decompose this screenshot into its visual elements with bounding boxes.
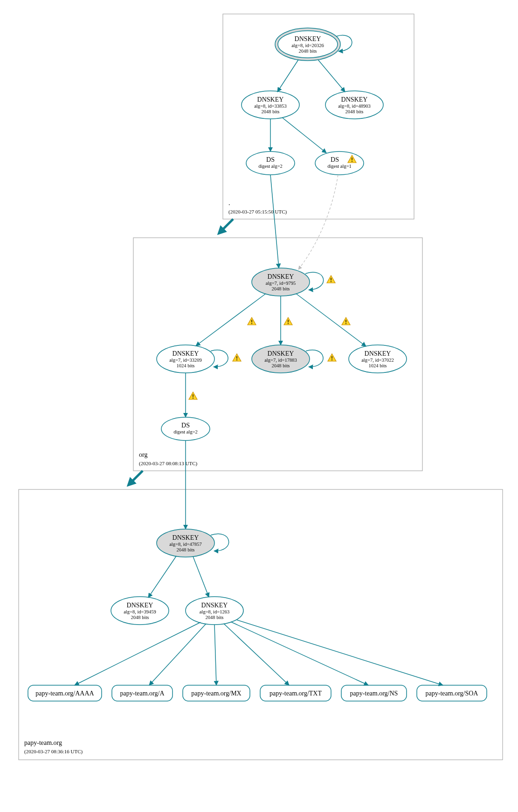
warning-icon	[327, 275, 335, 283]
svg-text:alg=7, id=17883: alg=7, id=17883	[264, 358, 297, 363]
svg-text:DNSKEY: DNSKEY	[295, 35, 321, 42]
svg-text:digest alg=2: digest alg=2	[173, 429, 198, 434]
edge-root-ksk-zsk1	[277, 60, 298, 92]
svg-text:DS: DS	[331, 156, 339, 163]
edge-zone-root-org	[219, 219, 233, 233]
node-root-zsk1[interactable]: DNSKEY alg=8, id=33853 2048 bits	[242, 91, 299, 119]
node-root-zsk2[interactable]: DNSKEY alg=8, id=48903 2048 bits	[325, 91, 383, 119]
zone-time-root: (2020-03-27 05:15:50 UTC)	[228, 209, 287, 215]
edge-orgksk-zsk1	[196, 294, 266, 346]
rr-txt[interactable]: papy-team.org/TXT	[260, 685, 331, 701]
edge-zsk2-ns	[231, 622, 368, 685]
svg-point-15	[246, 151, 295, 175]
svg-text:DNSKEY: DNSKEY	[173, 350, 199, 357]
zone-label-root: .	[228, 200, 230, 206]
warning-icon	[248, 317, 256, 325]
zone-time-org: (2020-03-27 08:08:13 UTC)	[139, 461, 198, 467]
svg-text:alg=8, id=1263: alg=8, id=1263	[200, 609, 229, 614]
node-leaf-zsk1[interactable]: DNSKEY alg=8, id=39459 2048 bits	[111, 597, 169, 625]
svg-text:2048 bits: 2048 bits	[262, 109, 280, 114]
node-root-ksk[interactable]: DNSKEY alg=8, id=20326 2048 bits	[275, 28, 340, 61]
node-org-zsk2[interactable]: DNSKEY alg=7, id=17883 2048 bits	[252, 345, 310, 373]
edge-leafksk-zsk1	[148, 556, 176, 598]
rr-mx[interactable]: papy-team.org/MX	[183, 685, 250, 701]
edge-zsk2-txt	[224, 624, 289, 685]
svg-text:DNSKEY: DNSKEY	[173, 534, 199, 541]
svg-text:alg=8, id=48903: alg=8, id=48903	[338, 103, 371, 109]
node-org-zsk3[interactable]: DNSKEY alg=7, id=37022 1024 bits	[349, 345, 407, 373]
zone-time-leaf: (2020-03-27 08:36:16 UTC)	[24, 749, 83, 755]
edge-orgksk-zsk3	[296, 294, 366, 346]
node-org-ksk[interactable]: DNSKEY alg=7, id=9795 2048 bits	[252, 268, 310, 296]
edge-zsk2-a	[149, 624, 206, 685]
rr-aaaa[interactable]: papy-team.org/AAAA	[28, 685, 102, 701]
svg-text:digest alg=1: digest alg=1	[327, 164, 352, 169]
svg-text:alg=8, id=47857: alg=8, id=47857	[169, 542, 202, 547]
svg-text:2048 bits: 2048 bits	[272, 286, 290, 291]
rr-ns[interactable]: papy-team.org/NS	[341, 685, 407, 701]
svg-point-18	[315, 151, 364, 175]
svg-text:papy-team.org/AAAA: papy-team.org/AAAA	[35, 690, 94, 697]
svg-text:2048 bits: 2048 bits	[206, 615, 224, 620]
svg-point-37	[161, 417, 210, 440]
svg-text:alg=7, id=9795: alg=7, id=9795	[266, 281, 296, 286]
edge-zsk2-mx	[214, 625, 216, 685]
node-leaf-ksk[interactable]: DNSKEY alg=8, id=47857 2048 bits	[157, 529, 214, 557]
svg-text:2048 bits: 2048 bits	[272, 363, 290, 368]
svg-text:1024 bits: 1024 bits	[177, 363, 195, 368]
warning-icon	[284, 317, 292, 325]
warning-icon	[342, 317, 350, 325]
node-org-zsk1[interactable]: DNSKEY alg=7, id=33209 1024 bits	[157, 345, 214, 373]
svg-text:DS: DS	[266, 156, 275, 163]
edge-zsk2-soa	[237, 620, 443, 685]
node-org-ds[interactable]: DS digest alg=2	[161, 417, 210, 440]
svg-text:papy-team.org/MX: papy-team.org/MX	[191, 690, 241, 697]
svg-text:digest alg=2: digest alg=2	[258, 164, 283, 169]
edge-root-ksk-zsk2	[318, 60, 345, 92]
node-root-ds1[interactable]: DS digest alg=2	[246, 151, 295, 175]
svg-text:DNSKEY: DNSKEY	[341, 96, 368, 103]
rr-soa[interactable]: papy-team.org/SOA	[417, 685, 487, 701]
svg-text:papy-team.org/SOA: papy-team.org/SOA	[426, 690, 479, 697]
svg-text:DNSKEY: DNSKEY	[365, 350, 391, 357]
svg-text:1024 bits: 1024 bits	[369, 363, 387, 368]
svg-text:DNSKEY: DNSKEY	[127, 602, 153, 609]
svg-text:2048 bits: 2048 bits	[299, 48, 317, 54]
edge-ds2-orgksk	[298, 175, 338, 269]
svg-text:2048 bits: 2048 bits	[345, 109, 364, 114]
node-root-ds2[interactable]: DS digest alg=1	[315, 151, 364, 175]
svg-text:DNSKEY: DNSKEY	[257, 96, 284, 103]
edge-root-zsk1-ds2	[282, 117, 326, 153]
warning-icon	[189, 392, 197, 399]
edge-zone-org-leaf	[129, 471, 143, 485]
svg-text:alg=8, id=39459: alg=8, id=39459	[124, 609, 156, 614]
warning-icon	[328, 354, 336, 361]
svg-text:alg=8, id=33853: alg=8, id=33853	[254, 103, 287, 109]
svg-text:2048 bits: 2048 bits	[131, 615, 149, 620]
svg-text:papy-team.org/TXT: papy-team.org/TXT	[269, 690, 322, 697]
edge-leafksk-zsk2	[193, 557, 209, 597]
svg-text:DNSKEY: DNSKEY	[268, 273, 294, 280]
svg-text:2048 bits: 2048 bits	[177, 547, 195, 552]
zone-label-org: org	[139, 451, 147, 458]
svg-text:DNSKEY: DNSKEY	[201, 602, 228, 609]
zone-label-leaf: papy-team.org	[24, 739, 62, 746]
rr-a[interactable]: papy-team.org/A	[112, 685, 173, 701]
svg-text:DS: DS	[181, 422, 190, 429]
svg-text:papy-team.org/A: papy-team.org/A	[120, 690, 165, 697]
edge-ds1-orgksk	[270, 175, 279, 268]
node-leaf-zsk2[interactable]: DNSKEY alg=8, id=1263 2048 bits	[186, 597, 243, 625]
svg-text:papy-team.org/NS: papy-team.org/NS	[350, 690, 398, 697]
svg-text:alg=7, id=37022: alg=7, id=37022	[361, 358, 394, 363]
svg-text:alg=7, id=33209: alg=7, id=33209	[169, 358, 202, 363]
zone-box-leaf	[19, 489, 503, 760]
edge-zsk2-aaaa	[75, 622, 200, 685]
svg-text:alg=8, id=20326: alg=8, id=20326	[291, 43, 324, 48]
warning-icon	[233, 354, 241, 361]
svg-text:DNSKEY: DNSKEY	[268, 350, 294, 357]
